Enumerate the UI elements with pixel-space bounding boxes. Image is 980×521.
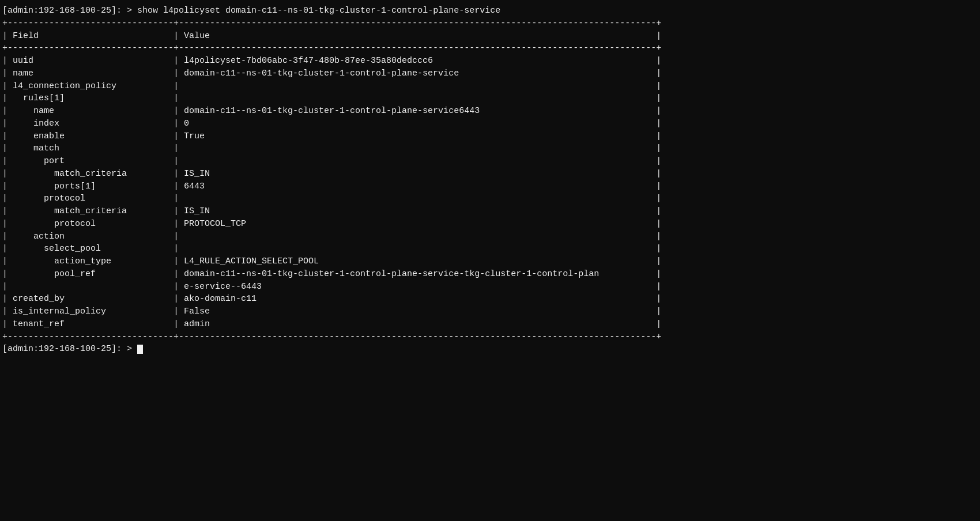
table-row: | l4_connection_policy | | [2,80,978,93]
table-row: | protocol | | [2,192,978,205]
prompt-end: [admin:192-168-100-25]: > [2,344,137,354]
separator-mid: +--------------------------------+------… [2,42,978,55]
table-row: | uuid | l4policyset-7bd06abc-3f47-480b-… [2,55,978,67]
table-row: | rules[1] | | [2,92,978,105]
command: show l4policyset domain-c11--ns-01-tkg-c… [137,6,500,16]
cursor [137,345,143,354]
table-row: | match | | [2,142,978,155]
command-line: [admin:192-168-100-25]: > show l4policys… [2,5,978,17]
table-row: | select_pool | | [2,243,978,255]
table-row: | is_internal_policy | False | [2,305,978,318]
separator-top: +--------------------------------+------… [2,17,978,30]
table-row: | port | | [2,155,978,168]
table-row: | created_by | ako-domain-c11 | [2,293,978,305]
terminal-window: [admin:192-168-100-25]: > show l4policys… [0,0,980,521]
table-row: | action_type | L4_RULE_ACTION_SELECT_PO… [2,255,978,268]
terminal-content: [admin:192-168-100-25]: > show l4policys… [2,5,978,356]
prompt-end-line[interactable]: [admin:192-168-100-25]: > [2,343,978,356]
table-row: | | e-service--6443 | [2,281,978,293]
table-row: | index | 0 | [2,118,978,130]
table-row: | ports[1] | 6443 | [2,180,978,193]
table-row: | action | | [2,231,978,243]
table-row: | match_criteria | IS_IN | [2,168,978,180]
table-row: | tenant_ref | admin | [2,318,978,331]
table-row: | name | domain-c11--ns-01-tkg-cluster-1… [2,67,978,80]
table-row: | name | domain-c11--ns-01-tkg-cluster-1… [2,105,978,118]
separator-bottom: +--------------------------------+------… [2,331,978,343]
table-rows: | uuid | l4policyset-7bd06abc-3f47-480b-… [2,55,978,331]
table-row: | protocol | PROTOCOL_TCP | [2,218,978,231]
table-row: | pool_ref | domain-c11--ns-01-tkg-clust… [2,268,978,281]
table-header: | Field | Value | [2,30,978,43]
table-row: | enable | True | [2,130,978,143]
table-row: | match_criteria | IS_IN | [2,205,978,218]
prompt: [admin:192-168-100-25]: > [2,6,137,16]
